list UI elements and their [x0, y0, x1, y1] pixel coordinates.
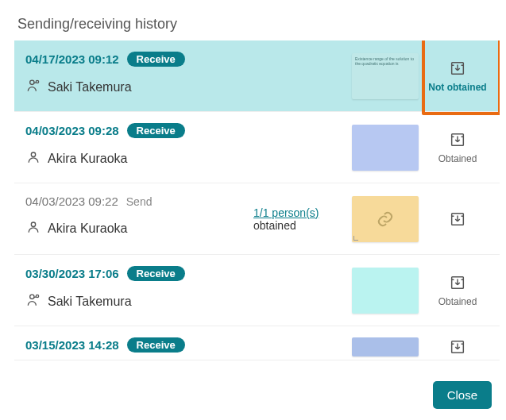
obtain-action[interactable] — [422, 337, 493, 356]
person-name: Saki Takemura — [48, 80, 132, 94]
thumbnail[interactable] — [352, 125, 419, 171]
person-name: Akira Kuraoka — [48, 152, 128, 166]
svg-point-1 — [36, 80, 38, 83]
obtain-status: Obtained — [438, 153, 477, 164]
history-row[interactable]: 04/03/2023 09:22 Send Akira Kuraoka 1/1 … — [14, 183, 500, 255]
page-title: Sending/receiving history — [0, 0, 506, 40]
person-share-icon — [25, 78, 41, 97]
thumbnail[interactable] — [352, 196, 419, 242]
download-box-icon — [449, 274, 466, 291]
receive-badge: Receive — [127, 52, 185, 67]
history-row[interactable]: 04/03/2023 09:28 Receive Akira Kuraoka O… — [14, 112, 500, 183]
history-row[interactable]: 04/17/2023 09:12 Receive Saki Takemura E… — [14, 40, 500, 112]
person-share-icon — [25, 292, 41, 311]
svg-point-0 — [30, 80, 34, 84]
history-row[interactable]: 03/30/2023 17:06 Receive Saki Takemura O… — [14, 255, 500, 326]
svg-point-5 — [31, 222, 35, 226]
receive-badge: Receive — [127, 337, 185, 353]
download-box-icon — [449, 131, 466, 148]
timestamp: 04/03/2023 09:28 — [25, 124, 119, 137]
history-list[interactable]: 04/17/2023 09:12 Receive Saki Takemura E… — [14, 40, 500, 366]
person-icon — [25, 149, 41, 168]
close-button[interactable]: Close — [433, 381, 492, 409]
svg-point-7 — [30, 295, 34, 299]
download-box-icon — [449, 338, 466, 356]
link-icon — [376, 210, 395, 229]
thumbnail[interactable]: Existence range of the solution to the q… — [352, 53, 419, 99]
svg-point-3 — [31, 152, 35, 156]
receive-badge: Receive — [127, 266, 185, 281]
obtain-status: Obtained — [438, 296, 477, 307]
download-box-icon — [449, 60, 466, 77]
download-box-icon — [449, 210, 466, 228]
thumbnail[interactable] — [352, 337, 419, 356]
obtained-count-link[interactable]: 1/1 person(s) — [253, 206, 349, 219]
obtain-action[interactable] — [422, 195, 493, 243]
obtain-action[interactable]: Obtained — [422, 123, 493, 171]
thumbnail[interactable] — [352, 268, 419, 314]
timestamp: 03/15/2023 14:28 — [25, 338, 119, 352]
person-name: Saki Takemura — [48, 295, 132, 309]
obtain-action[interactable]: Obtained — [422, 266, 493, 314]
person-icon — [25, 219, 41, 238]
obtained-count-text: obtained — [253, 219, 349, 232]
receive-badge: Receive — [127, 123, 185, 138]
history-row[interactable]: 03/15/2023 14:28 Receive — [14, 326, 500, 360]
timestamp: 04/03/2023 09:22 — [25, 195, 118, 208]
obtain-status: Not obtained — [428, 82, 486, 93]
timestamp: 03/30/2023 17:06 — [25, 267, 119, 280]
send-label: Send — [126, 195, 153, 208]
person-name: Akira Kuraoka — [48, 222, 128, 236]
svg-point-8 — [36, 295, 38, 297]
obtain-action[interactable]: Not obtained — [422, 52, 493, 100]
timestamp: 04/17/2023 09:12 — [25, 52, 119, 66]
